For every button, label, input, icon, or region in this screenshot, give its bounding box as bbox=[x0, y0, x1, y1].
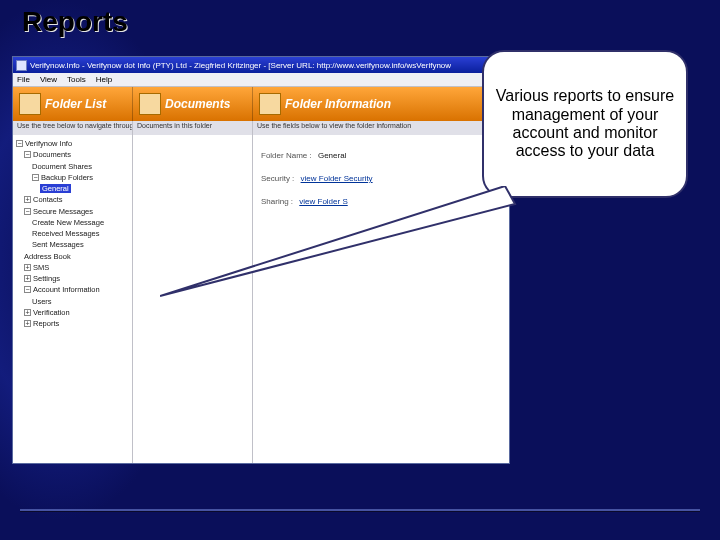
tree-label: Documents bbox=[33, 150, 71, 159]
folder-name-label: Folder Name : bbox=[261, 151, 312, 160]
panel-header-documents: Documents bbox=[133, 87, 253, 121]
sharing-label: Sharing : bbox=[261, 197, 293, 206]
view-folder-security-link[interactable]: view Folder Security bbox=[301, 174, 373, 183]
page-title: Reports bbox=[22, 6, 128, 38]
tree-label: Users bbox=[32, 297, 52, 306]
folders-icon bbox=[19, 93, 41, 115]
tree-label-selected: General bbox=[40, 184, 71, 193]
expand-icon[interactable]: + bbox=[24, 264, 31, 271]
sharing-row: Sharing : view Folder S bbox=[261, 197, 501, 206]
tree-hint: Use the tree below to navigate through a… bbox=[13, 121, 133, 135]
tree-label: Sent Messages bbox=[32, 240, 84, 249]
tree-label: Verification bbox=[33, 308, 70, 317]
tree-reports[interactable]: +Reports bbox=[24, 318, 131, 329]
folder-info-icon bbox=[259, 93, 281, 115]
window-titlebar[interactable]: Verifynow.Info - Verifynow dot Info (PTY… bbox=[13, 57, 509, 73]
documents-pane[interactable] bbox=[133, 135, 253, 463]
panes: −Verifynow Info −Documents Document Shar… bbox=[13, 135, 509, 463]
security-row: Security : view Folder Security bbox=[261, 174, 501, 183]
folder-name-value: General bbox=[318, 151, 346, 160]
panel-subheaders: Use the tree below to navigate through a… bbox=[13, 121, 509, 135]
tree-label: Backup Folders bbox=[41, 173, 93, 182]
panel-header-label: Folder Information bbox=[285, 97, 391, 111]
tree-general[interactable]: General bbox=[40, 183, 131, 194]
tree-documents[interactable]: −Documents Document Shares −Backup Folde… bbox=[24, 149, 131, 194]
tree-document-shares[interactable]: Document Shares bbox=[32, 161, 131, 172]
tree-received-messages[interactable]: Received Messages bbox=[32, 228, 131, 239]
tree-label: SMS bbox=[33, 263, 49, 272]
tree-label: Received Messages bbox=[32, 229, 100, 238]
tree-backup-folders[interactable]: −Backup Folders General bbox=[32, 172, 131, 195]
panel-header-label: Folder List bbox=[45, 97, 106, 111]
collapse-icon[interactable]: − bbox=[24, 208, 31, 215]
security-label: Security : bbox=[261, 174, 294, 183]
tree-users[interactable]: Users bbox=[32, 296, 131, 307]
collapse-icon[interactable]: − bbox=[24, 286, 31, 293]
expand-icon[interactable]: + bbox=[24, 196, 31, 203]
tree-label: Create New Message bbox=[32, 218, 104, 227]
menu-tools[interactable]: Tools bbox=[67, 75, 86, 84]
docs-hint: Documents in this folder bbox=[133, 121, 253, 135]
window-title-text: Verifynow.Info - Verifynow dot Info (PTY… bbox=[30, 61, 451, 70]
tree-address-book[interactable]: Address Book bbox=[24, 251, 131, 262]
panel-header-folder-information: Folder Information bbox=[253, 87, 509, 121]
menu-view[interactable]: View bbox=[40, 75, 57, 84]
tree-settings[interactable]: +Settings bbox=[24, 273, 131, 284]
tree-label: Address Book bbox=[24, 252, 71, 261]
tree-label: Account Information bbox=[33, 285, 100, 294]
menubar: File View Tools Help bbox=[13, 73, 509, 87]
collapse-icon[interactable]: − bbox=[32, 174, 39, 181]
info-hint: Use the fields below to view the folder … bbox=[253, 121, 509, 135]
tree-sent-messages[interactable]: Sent Messages bbox=[32, 239, 131, 250]
panel-header-label: Documents bbox=[165, 97, 230, 111]
menu-file[interactable]: File bbox=[17, 75, 30, 84]
tree-label: Verifynow Info bbox=[25, 139, 72, 148]
expand-icon[interactable]: + bbox=[24, 275, 31, 282]
tree-root[interactable]: −Verifynow Info −Documents Document Shar… bbox=[16, 138, 131, 329]
tree-verification[interactable]: +Verification bbox=[24, 307, 131, 318]
folder-name-row: Folder Name : General bbox=[261, 151, 501, 160]
tree-create-new-message[interactable]: Create New Message bbox=[32, 217, 131, 228]
tree-sms[interactable]: +SMS bbox=[24, 262, 131, 273]
panel-header-folder-list: Folder List bbox=[13, 87, 133, 121]
app-window: Verifynow.Info - Verifynow dot Info (PTY… bbox=[12, 56, 510, 464]
expand-icon[interactable]: + bbox=[24, 309, 31, 316]
callout-bubble: Various reports to ensure management of … bbox=[482, 50, 688, 198]
slide-divider bbox=[20, 509, 700, 512]
tree-label: Settings bbox=[33, 274, 60, 283]
collapse-icon[interactable]: − bbox=[24, 151, 31, 158]
tree-contacts[interactable]: +Contacts bbox=[24, 194, 131, 205]
menu-help[interactable]: Help bbox=[96, 75, 112, 84]
tree-label: Reports bbox=[33, 319, 59, 328]
documents-icon bbox=[139, 93, 161, 115]
app-icon bbox=[16, 60, 27, 71]
collapse-icon[interactable]: − bbox=[16, 140, 23, 147]
tree-account-information[interactable]: −Account Information Users bbox=[24, 284, 131, 307]
tree-label: Contacts bbox=[33, 195, 63, 204]
tree-secure-messages[interactable]: −Secure Messages Create New Message Rece… bbox=[24, 206, 131, 251]
folder-information-pane: Folder Name : General Security : view Fo… bbox=[253, 135, 509, 463]
callout-text: Various reports to ensure management of … bbox=[494, 87, 676, 161]
expand-icon[interactable]: + bbox=[24, 320, 31, 327]
view-folder-sharing-link[interactable]: view Folder S bbox=[299, 197, 347, 206]
panel-headers: Folder List Documents Folder Information bbox=[13, 87, 509, 121]
folder-tree[interactable]: −Verifynow Info −Documents Document Shar… bbox=[13, 135, 133, 463]
tree-label: Document Shares bbox=[32, 162, 92, 171]
tree-label: Secure Messages bbox=[33, 207, 93, 216]
